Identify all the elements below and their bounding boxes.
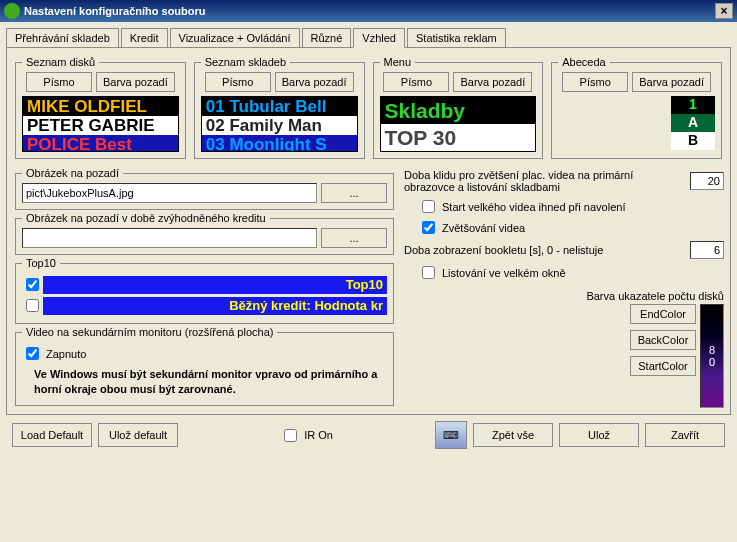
group-tracks-legend: Seznam skladeb (201, 56, 290, 68)
booklet-label: Doba zobrazení bookletu [s], 0 - nelistu… (404, 244, 682, 256)
group-bgimage-legend: Obrázek na pozadí (22, 167, 123, 179)
titlebar: Nastavení konfiguračního souboru × (0, 0, 737, 22)
close-button[interactable]: Zavřít (645, 423, 725, 447)
save-button[interactable]: Ulož (559, 423, 639, 447)
group-disks-legend: Seznam disků (22, 56, 99, 68)
chk-bigwindow-browse-label: Listování ve velkém okně (442, 267, 566, 279)
top10-bar-1: Top10 (43, 276, 387, 294)
tab-visualization[interactable]: Vizualizace + Ovládání (170, 28, 300, 48)
group-bgimage-credit-legend: Obrázek na pozadí v době zvýhodněného kr… (22, 212, 270, 224)
disks-preview-line: POLICE Best (23, 135, 178, 152)
group-abc-legend: Abeceda (558, 56, 609, 68)
endcolor-button[interactable]: EndColor (630, 304, 696, 324)
abc-cell: A (671, 114, 715, 132)
ir-on-label: IR On (304, 429, 333, 441)
menu-preview-line: TOP 30 (381, 124, 536, 151)
disks-font-button[interactable]: Písmo (26, 72, 92, 92)
tab-ad-stats[interactable]: Statistika reklam (407, 28, 506, 48)
group-video-legend: Video na sekundárním monitoru (rozšířená… (22, 326, 277, 338)
idle-label: Doba klidu pro zvětšení plac. videa na p… (404, 169, 682, 193)
group-bgimage-credit: Obrázek na pozadí v době zvýhodněného kr… (15, 212, 394, 255)
menu-bgcolor-button[interactable]: Barva pozadí (453, 72, 532, 92)
tracks-preview-line: 02 Family Man (202, 116, 357, 135)
abc-font-button[interactable]: Písmo (562, 72, 628, 92)
color-section: Barva ukazatele počtu disků EndColor Bac… (586, 290, 724, 408)
group-disks: Seznam disků Písmo Barva pozadí MIKE OLD… (15, 56, 186, 159)
top10-bar-2: Běžný kredit: Hodnota kr (43, 297, 387, 315)
menu-preview-line: Skladby (381, 97, 536, 124)
bgimage-credit-browse-button[interactable]: ... (321, 228, 387, 248)
tracks-bgcolor-button[interactable]: Barva pozadí (275, 72, 354, 92)
grad-num: 8 (709, 344, 715, 356)
ir-on-wrap[interactable]: IR On (280, 426, 333, 445)
save-default-button[interactable]: Ulož default (98, 423, 178, 447)
disks-bgcolor-button[interactable]: Barva pozadí (96, 72, 175, 92)
tab-strip: Přehrávání skladeb Kredit Vizualizace + … (6, 28, 731, 48)
keyboard-icon[interactable]: ⌨ (435, 421, 467, 449)
tracks-font-button[interactable]: Písmo (205, 72, 271, 92)
startcolor-button[interactable]: StartColor (630, 356, 696, 376)
video-enabled-label: Zapnuto (46, 348, 86, 360)
chk-zoom-video-label: Zvětšování videa (442, 222, 525, 234)
tracks-preview-line: 01 Tubular Bell (202, 97, 357, 116)
grad-num: 0 (709, 356, 715, 368)
tab-panel: Seznam disků Písmo Barva pozadí MIKE OLD… (6, 47, 731, 415)
top10-check-1[interactable] (26, 278, 39, 291)
tab-playback[interactable]: Přehrávání skladeb (6, 28, 119, 48)
group-abc: Abeceda Písmo Barva pozadí 1 A B (551, 56, 722, 159)
backcolor-button[interactable]: BackColor (630, 330, 696, 350)
group-top10-legend: Top10 (22, 257, 60, 269)
menu-preview: Skladby TOP 30 (380, 96, 537, 152)
color-title: Barva ukazatele počtu disků (586, 290, 724, 302)
tab-misc[interactable]: Různé (302, 28, 352, 48)
abc-cell: B (671, 132, 715, 150)
app-icon (4, 3, 20, 19)
tracks-preview: 01 Tubular Bell 02 Family Man 03 Moonlig… (201, 96, 358, 152)
abc-cell: 1 (671, 96, 715, 114)
group-video: Video na sekundárním monitoru (rozšířená… (15, 326, 394, 406)
tab-appearance[interactable]: Vzhled (353, 28, 405, 48)
bgimage-browse-button[interactable]: ... (321, 183, 387, 203)
disks-preview: MIKE OLDFIEL PETER GABRIE POLICE Best (22, 96, 179, 152)
bgimage-credit-path-input[interactable] (22, 228, 317, 248)
close-icon[interactable]: × (715, 3, 733, 19)
chk-zoom-video[interactable] (422, 221, 435, 234)
chk-bigvideo-immediate[interactable] (422, 200, 435, 213)
bgimage-path-input[interactable] (22, 183, 317, 203)
abc-bgcolor-button[interactable]: Barva pozadí (632, 72, 711, 92)
top10-check-2[interactable] (26, 299, 39, 312)
booklet-value-input[interactable] (690, 241, 724, 259)
group-bgimage: Obrázek na pozadí ... (15, 167, 394, 210)
load-default-button[interactable]: Load Default (12, 423, 92, 447)
window-title: Nastavení konfiguračního souboru (24, 5, 206, 17)
color-gradient-preview: 8 0 (700, 304, 724, 408)
menu-font-button[interactable]: Písmo (383, 72, 449, 92)
chk-bigwindow-browse[interactable] (422, 266, 435, 279)
idle-value-input[interactable] (690, 172, 724, 190)
group-menu-legend: Menu (380, 56, 416, 68)
disks-preview-line: MIKE OLDFIEL (23, 97, 178, 116)
ir-on-checkbox[interactable] (284, 429, 297, 442)
group-tracks: Seznam skladeb Písmo Barva pozadí 01 Tub… (194, 56, 365, 159)
tab-credit[interactable]: Kredit (121, 28, 168, 48)
video-enabled-checkbox[interactable] (26, 347, 39, 360)
undo-all-button[interactable]: Zpět vše (473, 423, 553, 447)
bottom-bar: Load Default Ulož default IR On ⌨ Zpět v… (6, 415, 731, 455)
tracks-preview-line: 03 Moonlight S (202, 135, 357, 152)
video-note: Ve Windows musí být sekundární monitor v… (34, 367, 385, 397)
disks-preview-line: PETER GABRIE (23, 116, 178, 135)
group-menu: Menu Písmo Barva pozadí Skladby TOP 30 (373, 56, 544, 159)
chk-bigvideo-immediate-label: Start velkého videa ihned při navolení (442, 201, 625, 213)
abc-preview: 1 A B (558, 96, 715, 150)
group-top10: Top10 Top10 Běžný kredit: Hodnota kr (15, 257, 394, 324)
